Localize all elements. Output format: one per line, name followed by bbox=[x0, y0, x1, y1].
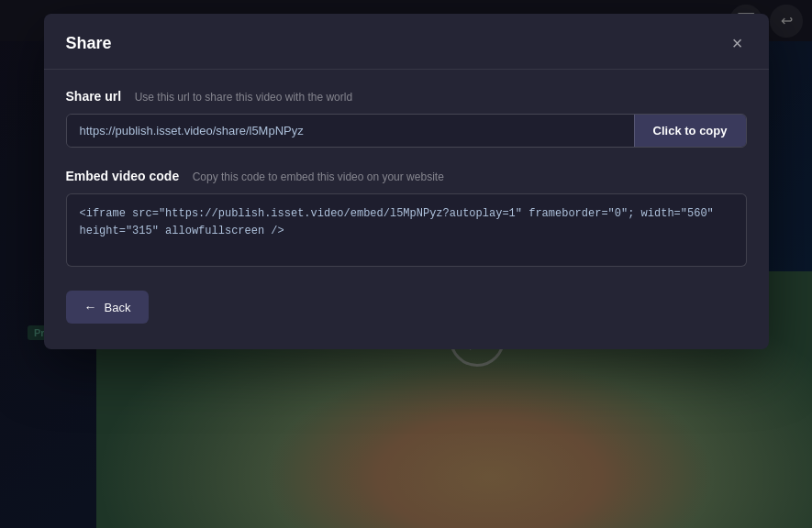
share-url-input[interactable] bbox=[67, 115, 634, 147]
copy-button[interactable]: Click to copy bbox=[634, 115, 746, 147]
back-button[interactable]: ← Back bbox=[66, 291, 150, 324]
share-url-hint: Use this url to share this video with th… bbox=[135, 91, 352, 104]
embed-code-textarea[interactable] bbox=[66, 193, 747, 267]
close-button[interactable]: × bbox=[729, 30, 747, 56]
share-modal: Share × Share url Use this url to share … bbox=[44, 14, 769, 349]
url-row: Click to copy bbox=[66, 114, 747, 148]
share-url-label: Share url bbox=[66, 89, 122, 104]
back-button-label: Back bbox=[105, 301, 131, 314]
back-arrow-icon: ← bbox=[84, 300, 97, 314]
modal-overlay: Share × Share url Use this url to share … bbox=[0, 0, 812, 528]
embed-section: Embed video code Copy this code to embed… bbox=[66, 168, 747, 270]
modal-title: Share bbox=[66, 34, 112, 53]
modal-header: Share × bbox=[44, 14, 769, 70]
embed-label: Embed video code bbox=[66, 169, 180, 183]
modal-body: Share url Use this url to share this vid… bbox=[44, 70, 769, 349]
embed-hint: Copy this code to embed this video on yo… bbox=[193, 170, 444, 183]
share-url-section: Share url Use this url to share this vid… bbox=[66, 88, 747, 148]
